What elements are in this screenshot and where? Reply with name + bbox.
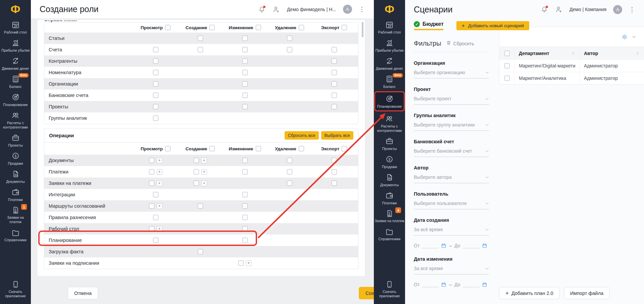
sidebar-item-projects[interactable]: Проекты [374,135,405,153]
permission-checkbox[interactable] [153,115,158,121]
more-menu-icon[interactable]: ⋮ [359,6,365,12]
column-select-all-checkbox[interactable] [209,146,215,151]
scenario-row[interactable]: Маркетинг/Digital-маркетиАдминистратор [499,59,644,72]
avatar[interactable]: A [613,5,622,14]
date-from-input[interactable] [422,282,439,287]
filter-select[interactable]: Выберите автора [414,174,489,183]
permission-checkbox[interactable] [153,192,158,197]
permission-checkbox[interactable] [287,36,292,41]
sidebar-item-sales[interactable]: $Продажи [374,153,405,171]
sidebar-item-balance[interactable]: БалансBeta [0,72,31,91]
account-label[interactable]: Демо | Компания [569,7,606,12]
expand-plus-button[interactable]: + [157,169,162,175]
import-file-button[interactable]: Импорт файла [564,287,610,299]
sidebar-item-projects[interactable]: Проекты [0,131,31,149]
filter-select[interactable]: Выберите организацию [414,70,489,79]
sidebar-item-cashflow[interactable]: €Движение денег [0,54,31,72]
permission-checkbox[interactable] [198,47,203,52]
sidebar-item-balance[interactable]: БалансBeta [374,72,405,91]
permission-checkbox[interactable] [242,81,248,87]
permission-checkbox[interactable] [242,226,248,232]
column-select-all-checkbox[interactable] [342,25,347,30]
scenario-row[interactable]: Маркетинг/АналитикаАдминистратор [499,72,644,84]
sidebar-item-counterparties[interactable]: Расчеты с контрагентами [374,112,405,135]
date-to-input[interactable] [463,243,480,248]
sidebar-item-dashboard[interactable]: Рабочий стол [0,18,31,36]
reset-all-button[interactable]: Сбросить все [285,131,319,140]
permission-checkbox[interactable] [238,260,244,266]
permission-checkbox[interactable] [194,158,199,163]
row-checkbox[interactable] [504,75,510,81]
permission-checkbox[interactable] [149,181,154,186]
column-select-all-checkbox[interactable] [299,146,304,151]
gear-icon[interactable] [621,34,628,40]
permission-checkbox[interactable] [332,158,337,163]
permission-checkbox[interactable] [287,158,292,163]
permission-checkbox[interactable] [153,215,158,220]
permission-checkbox[interactable] [194,169,199,174]
invite-user-icon[interactable] [272,5,280,13]
permission-checkbox[interactable] [242,104,248,109]
sidebar-item-planning[interactable]: Планирование [0,91,31,109]
tab-budget[interactable]: ✓ Бюджет [414,21,444,30]
chevron-down-icon[interactable] [632,35,636,39]
sidebar-item-documents[interactable]: Документы [0,167,31,186]
column-select-all-checkbox[interactable] [256,25,261,30]
permission-checkbox[interactable] [149,169,154,174]
filter-select[interactable]: Выберите группу аналитики [414,122,489,131]
column-select-all-checkbox[interactable] [165,146,170,151]
permission-checkbox[interactable] [287,47,292,52]
permission-checkbox[interactable] [242,70,248,75]
permission-checkbox[interactable] [242,47,248,52]
sidebar-item-download-app[interactable]: Скачать приложение [374,277,405,300]
permission-checkbox[interactable] [153,238,158,243]
avatar[interactable]: A [343,5,352,14]
select-all-checkbox[interactable] [504,51,510,56]
permission-checkbox[interactable] [242,169,248,174]
permission-checkbox[interactable] [153,81,158,87]
permission-checkbox[interactable] [153,70,158,75]
sidebar-item-payment-requests[interactable]: $Заявки на платеж1 [0,203,31,226]
notifications-icon[interactable] [258,6,265,13]
permission-checkbox[interactable] [242,238,248,243]
invite-user-icon[interactable] [555,5,563,13]
row-checkbox[interactable] [504,63,510,68]
permission-checkbox[interactable] [332,47,337,52]
expand-plus-button[interactable]: + [157,181,162,186]
expand-plus-button[interactable]: + [201,181,207,186]
permission-checkbox[interactable] [287,169,292,174]
sidebar-item-directories[interactable]: Справочники [0,226,31,244]
permission-checkbox[interactable] [332,93,337,98]
permission-checkbox[interactable] [198,203,203,209]
more-menu-icon[interactable]: ⋮ [629,6,635,13]
permission-checkbox[interactable] [242,158,248,163]
filter-select[interactable]: За всё время [414,266,489,274]
column-select-all-checkbox[interactable] [299,25,304,30]
column-select-all-checkbox[interactable] [342,146,347,151]
sidebar-item-download-app[interactable]: Скачать приложение [0,277,31,300]
expand-plus-button[interactable]: + [157,158,162,163]
sidebar-item-counterparties[interactable]: Расчеты с контрагентами [0,109,31,131]
sidebar-item-directories[interactable]: Справочники [374,225,405,243]
permission-checkbox[interactable] [198,36,203,41]
filter-select[interactable]: Выберите пользователя [414,201,489,209]
permission-checkbox[interactable] [242,36,248,41]
permission-checkbox[interactable] [198,249,203,254]
permission-checkbox[interactable] [153,47,158,52]
permission-checkbox[interactable] [287,181,292,186]
sidebar-item-cashflow[interactable]: €Движение денег [374,54,405,72]
sidebar-item-planning[interactable]: Планирование [374,91,405,111]
sidebar-item-payments[interactable]: Платежи [0,186,31,204]
permission-checkbox[interactable] [194,181,199,186]
add-plan-button[interactable]: + Добавить план 2.0 [499,287,560,299]
permission-checkbox[interactable] [332,81,337,87]
permission-checkbox[interactable] [332,58,337,64]
date-to-input[interactable] [463,282,480,287]
app-logo[interactable]: Ф [374,0,405,18]
expand-plus-button[interactable]: + [246,260,252,266]
expand-plus-button[interactable]: + [201,169,207,175]
date-from-input[interactable] [422,243,439,248]
account-label[interactable]: Демо финмодель | Н... [287,7,336,12]
expand-plus-button[interactable]: + [157,203,162,209]
sidebar-item-payments[interactable]: Платежи [374,189,405,207]
